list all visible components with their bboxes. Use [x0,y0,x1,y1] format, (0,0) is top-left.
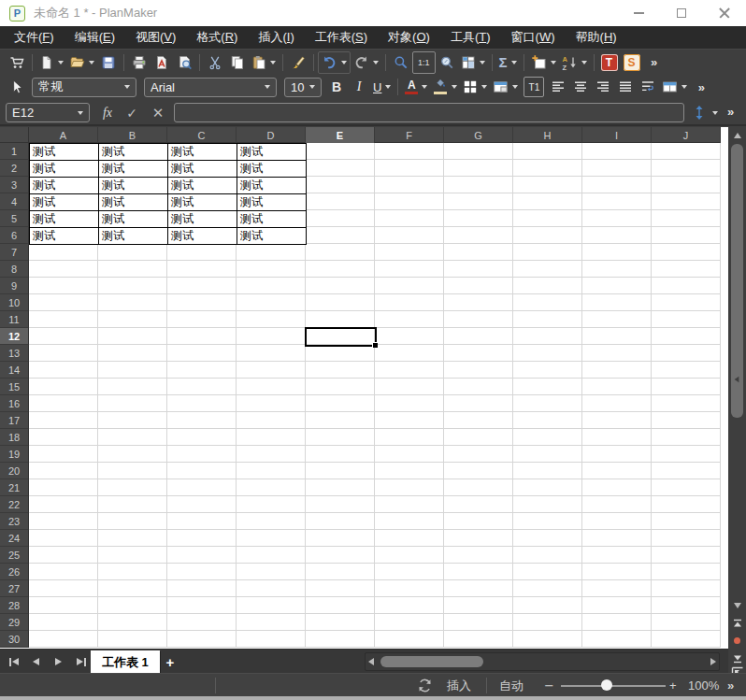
row-header-9[interactable]: 9 [0,278,29,294]
split-handle-icon[interactable] [734,376,739,383]
cell-D1[interactable]: 测试 [237,144,307,161]
row-header-22[interactable]: 22 [0,496,29,513]
row-header-21[interactable]: 21 [0,479,29,496]
menu-item-f[interactable]: 文件(F) [4,26,65,49]
cell-A3[interactable]: 测试 [30,178,99,194]
menu-item-r[interactable]: 格式(R) [186,26,248,49]
cell-D3[interactable]: 测试 [237,178,307,194]
overflow-button[interactable]: » [690,76,712,98]
underline-button[interactable]: U [370,76,394,98]
sort-button[interactable]: AZ [559,51,590,74]
cell-B6[interactable]: 测试 [99,228,168,245]
wrap-text-button[interactable] [637,76,659,98]
paste-button[interactable] [249,51,279,74]
row-header-20[interactable]: 20 [0,463,29,479]
zoom-slider-thumb[interactable] [601,679,612,691]
fill-color-button[interactable] [430,76,460,98]
zoom-original-button[interactable]: 1:1 [412,51,436,74]
add-sheet-button[interactable]: + [161,652,179,671]
cell-B5[interactable]: 测试 [99,211,168,228]
cell-D6[interactable]: 测试 [237,228,307,245]
row-header-15[interactable]: 15 [0,379,29,395]
scroll-up-button[interactable] [728,129,746,142]
row-header-7[interactable]: 7 [0,244,29,261]
row-header-6[interactable]: 6 [0,227,29,244]
zoom-in-button[interactable]: + [669,674,677,697]
cart-button[interactable] [6,51,28,74]
row-header-4[interactable]: 4 [0,193,29,210]
row-header-26[interactable]: 26 [0,564,29,580]
column-header-E[interactable]: E [306,127,375,143]
column-header-A[interactable]: A [29,127,98,143]
first-sheet-button[interactable] [5,654,22,669]
cell-A5[interactable]: 测试 [30,211,99,228]
save-button[interactable] [97,51,120,74]
cell-C6[interactable]: 测试 [168,228,237,245]
row-header-13[interactable]: 13 [0,345,29,362]
text-orientation-button[interactable]: T1 [521,76,547,98]
column-header-H[interactable]: H [513,127,582,143]
menu-item-w[interactable]: 窗口(W) [501,26,566,49]
status-bar-overflow-button[interactable]: » [727,674,734,697]
cell-A4[interactable]: 测试 [30,194,99,211]
row-header-17[interactable]: 17 [0,412,29,429]
row-header-18[interactable]: 18 [0,429,29,446]
column-header-J[interactable]: J [652,127,721,143]
sheet-tab-工作表 1[interactable]: 工作表 1 [91,650,160,674]
print-button[interactable] [128,51,151,74]
cell-C1[interactable]: 测试 [168,144,237,161]
row-header-16[interactable]: 16 [0,395,29,412]
previous-sheet-button[interactable] [27,654,45,669]
row-header-3[interactable]: 3 [0,177,29,193]
row-header-23[interactable]: 23 [0,513,29,530]
last-sheet-button[interactable] [72,654,90,669]
row-header-30[interactable]: 30 [0,631,29,648]
column-header-I[interactable]: I [582,127,652,143]
scroll-left-button[interactable] [368,658,374,665]
textmaker-badge-button[interactable]: T [598,51,621,74]
new-document-button[interactable] [36,51,66,74]
align-center-button[interactable] [569,76,592,98]
merge-cells-button[interactable] [659,76,690,98]
next-sheet-button[interactable] [50,654,67,669]
select-all-corner[interactable] [0,127,29,143]
zoom-slider[interactable] [561,685,666,687]
cell-C3[interactable]: 测试 [168,178,237,194]
align-right-button[interactable] [592,76,614,98]
menu-item-o[interactable]: 对象(O) [378,26,440,49]
redo-button[interactable] [351,51,381,74]
maximize-button[interactable] [660,0,703,26]
column-header-G[interactable]: G [444,127,513,143]
column-header-F[interactable]: F [375,127,444,143]
row-header-14[interactable]: 14 [0,362,29,379]
row-header-10[interactable]: 10 [0,294,29,311]
chevron-down-icon[interactable] [712,111,718,115]
insert-frame-button[interactable] [528,51,559,74]
menu-item-i[interactable]: 插入(I) [248,26,304,49]
formula-input[interactable] [174,103,684,122]
name-box[interactable]: E12 [6,103,90,122]
cell-C4[interactable]: 测试 [168,194,237,211]
confirm-entry-button[interactable]: ✓ [122,103,142,122]
sum-button[interactable]: Σ [496,51,520,74]
active-cell-outline[interactable] [305,327,377,347]
column-header-B[interactable]: B [98,127,167,143]
search-button[interactable] [390,51,412,74]
cell-A2[interactable]: 测试 [30,161,99,178]
calc-mode-indicator[interactable]: 自动 [499,674,524,697]
cell-A6[interactable]: 测试 [30,228,99,245]
row-header-8[interactable]: 8 [0,261,29,278]
undo-button[interactable] [318,51,351,74]
insert-mode-indicator[interactable]: 插入 [447,674,471,697]
row-header-24[interactable]: 24 [0,530,29,547]
row-header-19[interactable]: 19 [0,446,29,463]
row-header-1[interactable]: 1 [0,143,29,160]
bold-button[interactable]: B [325,76,348,98]
font-select[interactable]: Arial [144,78,277,97]
column-header-C[interactable]: C [167,127,237,143]
presentations-badge-button[interactable]: S [621,51,643,74]
zoom-level[interactable]: 100% [688,674,719,697]
row-header-5[interactable]: 5 [0,210,29,227]
format-paintbrush-button[interactable] [287,51,309,74]
overflow-button[interactable]: » [643,51,666,74]
